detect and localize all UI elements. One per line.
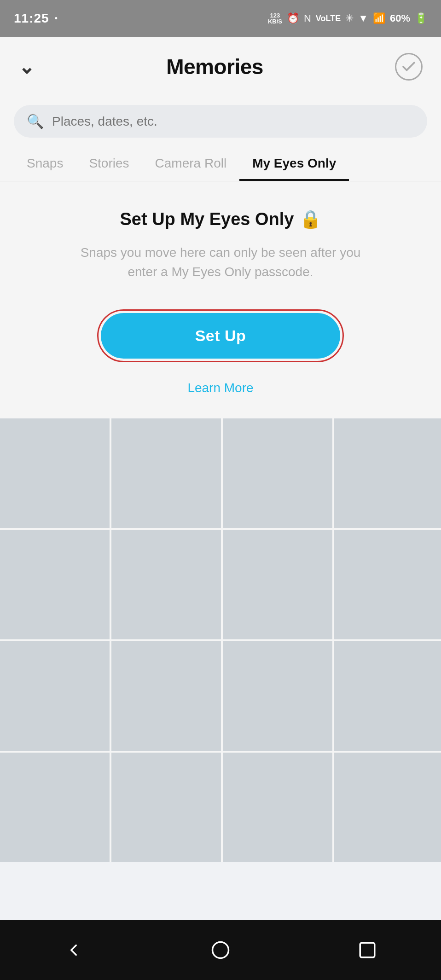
search-container: 🔍 — [0, 97, 441, 146]
alarm-icon: ⏰ — [287, 12, 299, 24]
nav-bar — [0, 920, 441, 980]
tab-snaps[interactable]: Snaps — [14, 146, 76, 181]
photo-cell-11 — [223, 641, 332, 751]
photo-cell-14 — [111, 753, 221, 862]
photo-cell-4 — [334, 418, 441, 528]
battery-shape-icon: 🔋 — [415, 12, 427, 24]
photo-cell-6 — [111, 530, 221, 639]
page-title: Memories — [166, 54, 263, 79]
svg-rect-1 — [360, 943, 375, 957]
search-bar[interactable]: 🔍 — [14, 105, 427, 138]
photo-cell-1 — [0, 418, 110, 528]
search-input[interactable] — [52, 114, 414, 129]
setup-button[interactable]: Set Up — [101, 313, 340, 359]
bluetooth-icon: ✳ — [345, 12, 354, 24]
svg-point-0 — [212, 942, 228, 958]
select-icon[interactable] — [395, 53, 423, 81]
nav-home-icon[interactable] — [211, 940, 230, 960]
photo-cell-8 — [334, 530, 441, 639]
photo-cell-13 — [0, 753, 110, 862]
setup-description: Snaps you move here can only be seen aft… — [64, 243, 377, 282]
status-dot: • — [55, 14, 58, 23]
photo-cell-12 — [334, 641, 441, 751]
photo-cell-16 — [334, 753, 441, 862]
photo-grid — [0, 418, 441, 862]
photo-cell-7 — [223, 530, 332, 639]
battery-icon: 60% — [390, 12, 410, 24]
back-chevron-icon[interactable]: ⌄ — [18, 56, 35, 78]
setup-title: Set Up My Eyes Only 🔒 — [120, 209, 321, 229]
signal-icon: 📶 — [373, 12, 385, 24]
tab-camera-roll[interactable]: Camera Roll — [142, 146, 240, 181]
photo-cell-2 — [111, 418, 221, 528]
nav-recents-icon[interactable] — [358, 940, 377, 960]
photo-cell-10 — [111, 641, 221, 751]
nav-back-icon[interactable] — [64, 940, 83, 960]
photo-cell-3 — [223, 418, 332, 528]
search-icon: 🔍 — [27, 113, 44, 129]
status-time: 11:25 — [14, 11, 49, 26]
status-icons: 123 KB/S ⏰ N VoLTE ✳ ▼ 📶 60% 🔋 — [268, 12, 427, 24]
wifi-icon: ▼ — [358, 12, 368, 24]
tab-my-eyes-only[interactable]: My Eyes Only — [239, 146, 349, 181]
setup-content: Set Up My Eyes Only 🔒 Snaps you move her… — [0, 181, 441, 418]
header: ⌄ Memories — [0, 37, 441, 97]
photo-cell-5 — [0, 530, 110, 639]
tabs: Snaps Stories Camera Roll My Eyes Only — [0, 146, 441, 181]
data-speed-icon: 123 KB/S — [268, 12, 282, 24]
photo-cell-15 — [223, 753, 332, 862]
volte-icon: VoLTE — [316, 14, 341, 23]
status-bar: 11:25 • 123 KB/S ⏰ N VoLTE ✳ ▼ 📶 60% 🔋 — [0, 0, 441, 37]
photo-cell-9 — [0, 641, 110, 751]
nfc-icon: N — [304, 12, 311, 24]
lock-emoji: 🔒 — [300, 209, 321, 229]
setup-button-wrapper: Set Up — [97, 309, 344, 362]
tab-stories[interactable]: Stories — [76, 146, 142, 181]
learn-more-link[interactable]: Learn More — [187, 381, 253, 395]
